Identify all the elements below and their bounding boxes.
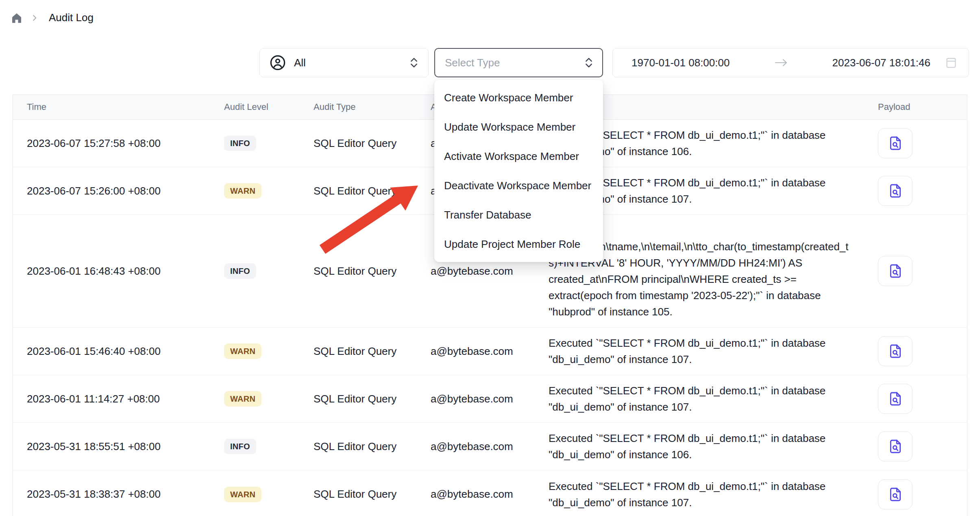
file-search-icon — [887, 438, 904, 455]
audit-level-badge: INFO — [224, 136, 256, 151]
actor-cell: a@bytebase.com — [431, 345, 549, 358]
audit-level-badge: INFO — [224, 439, 256, 454]
audit-level-cell: WARN — [224, 343, 314, 359]
audit-level-cell: WARN — [224, 183, 314, 199]
type-filter-placeholder: Select Type — [445, 57, 500, 69]
actor-filter-value: All — [294, 57, 306, 69]
payload-view-button[interactable] — [878, 128, 912, 158]
time-cell: 2023-05-31 18:38:37 +08:00 — [13, 488, 224, 501]
audit-type-cell: SQL Editor Query — [314, 488, 431, 501]
date-range-picker[interactable]: 1970-01-01 08:00:00 2023-06-07 18:01:46 — [612, 48, 969, 77]
payload-view-button[interactable] — [878, 256, 912, 286]
payload-view-button[interactable] — [878, 479, 912, 509]
payload-view-button[interactable] — [878, 384, 912, 414]
actor-filter-select[interactable]: All — [259, 48, 429, 77]
time-cell: 2023-06-01 16:48:43 +08:00 — [13, 265, 224, 278]
audit-type-cell: SQL Editor Query — [314, 137, 431, 150]
file-search-icon — [887, 391, 904, 407]
user-circle-icon — [270, 55, 286, 71]
home-icon[interactable] — [11, 12, 23, 24]
payload-cell — [862, 384, 967, 414]
audit-type-cell: SQL Editor Query — [314, 265, 431, 278]
table-row: 2023-05-31 18:38:37 +08:00 WARN SQL Edit… — [13, 470, 967, 516]
comment-cell: Executed `"SELECT * FROM db_ui_demo.t1;"… — [549, 471, 862, 516]
type-dropdown-panel: Create Workspace MemberUpdate Workspace … — [434, 80, 603, 262]
file-search-icon — [887, 135, 904, 151]
audit-level-cell: WARN — [224, 391, 314, 407]
payload-view-button[interactable] — [878, 176, 912, 206]
comment-cell: Executed `"SELECT * FROM db_ui_demo.t1;"… — [549, 328, 862, 375]
audit-level-cell: INFO — [224, 263, 314, 279]
payload-view-button[interactable] — [878, 431, 912, 461]
dropdown-option[interactable]: Create Workspace Member — [434, 83, 603, 112]
column-header-audit-type: Audit Type — [314, 102, 431, 112]
table-row: 2023-06-01 11:14:27 +08:00 WARN SQL Edit… — [13, 375, 967, 423]
comment-cell: Executed `"SELECT * FROM db_ui_demo.t1;"… — [549, 375, 862, 422]
actor-cell: a@bytebase.com — [431, 440, 549, 453]
column-header-payload: Payload — [862, 102, 967, 112]
payload-cell — [862, 128, 967, 158]
audit-type-cell: SQL Editor Query — [314, 185, 431, 197]
payload-cell — [862, 431, 967, 461]
dropdown-option[interactable]: Deactivate Workspace Member — [434, 171, 603, 200]
file-search-icon — [887, 486, 904, 503]
payload-cell — [862, 256, 967, 286]
payload-view-button[interactable] — [878, 336, 912, 366]
dropdown-option[interactable]: Activate Workspace Member — [434, 142, 603, 171]
column-header-audit-level: Audit Level — [224, 102, 314, 112]
actor-cell: a@bytebase.com — [431, 488, 549, 501]
arrow-right-icon — [774, 58, 788, 68]
time-cell: 2023-06-01 11:14:27 +08:00 — [13, 393, 224, 405]
payload-cell — [862, 176, 967, 206]
audit-level-cell: WARN — [224, 487, 314, 502]
time-cell: 2023-05-31 18:55:51 +08:00 — [13, 440, 224, 453]
payload-cell — [862, 479, 967, 509]
date-range-start: 1970-01-01 08:00:00 — [632, 57, 730, 69]
time-cell: 2023-06-01 15:46:40 +08:00 — [13, 345, 224, 358]
dropdown-option[interactable]: Update Workspace Member — [434, 112, 603, 142]
audit-level-badge: WARN — [224, 487, 261, 502]
audit-level-badge: WARN — [224, 391, 261, 407]
payload-cell — [862, 336, 967, 366]
page-title: Audit Log — [49, 11, 94, 24]
chevron-right-icon — [30, 13, 39, 22]
actor-cell: a@bytebase.com — [431, 393, 549, 405]
comment-cell: Executed `"SELECT * FROM db_ui_demo.t1;"… — [549, 423, 862, 470]
actor-cell: a@bytebase.com — [431, 265, 549, 278]
file-search-icon — [887, 183, 904, 199]
dropdown-option[interactable]: Update Project Member Role — [434, 230, 603, 259]
time-cell: 2023-06-07 15:26:00 +08:00 — [13, 185, 224, 197]
audit-level-cell: INFO — [224, 439, 314, 454]
file-search-icon — [887, 343, 904, 359]
audit-type-cell: SQL Editor Query — [314, 345, 431, 358]
breadcrumb: Audit Log — [11, 11, 94, 24]
select-arrows-icon — [584, 56, 594, 70]
audit-level-cell: INFO — [224, 136, 314, 151]
type-filter-select[interactable]: Select Type — [434, 48, 603, 77]
audit-level-badge: WARN — [224, 343, 261, 359]
table-row: 2023-05-31 18:55:51 +08:00 INFO SQL Edit… — [13, 423, 967, 470]
file-search-icon — [887, 263, 904, 279]
date-range-end: 2023-06-07 18:01:46 — [832, 57, 930, 69]
dropdown-option[interactable]: Transfer Database — [434, 200, 603, 230]
calendar-icon — [945, 56, 957, 69]
table-row: 2023-06-01 15:46:40 +08:00 WARN SQL Edit… — [13, 328, 967, 375]
audit-type-cell: SQL Editor Query — [314, 440, 431, 453]
select-arrows-icon — [409, 56, 419, 70]
column-header-time: Time — [13, 102, 224, 112]
audit-level-badge: INFO — [224, 263, 256, 279]
audit-type-cell: SQL Editor Query — [314, 393, 431, 405]
audit-level-badge: WARN — [224, 183, 261, 199]
time-cell: 2023-06-07 15:27:58 +08:00 — [13, 137, 224, 150]
